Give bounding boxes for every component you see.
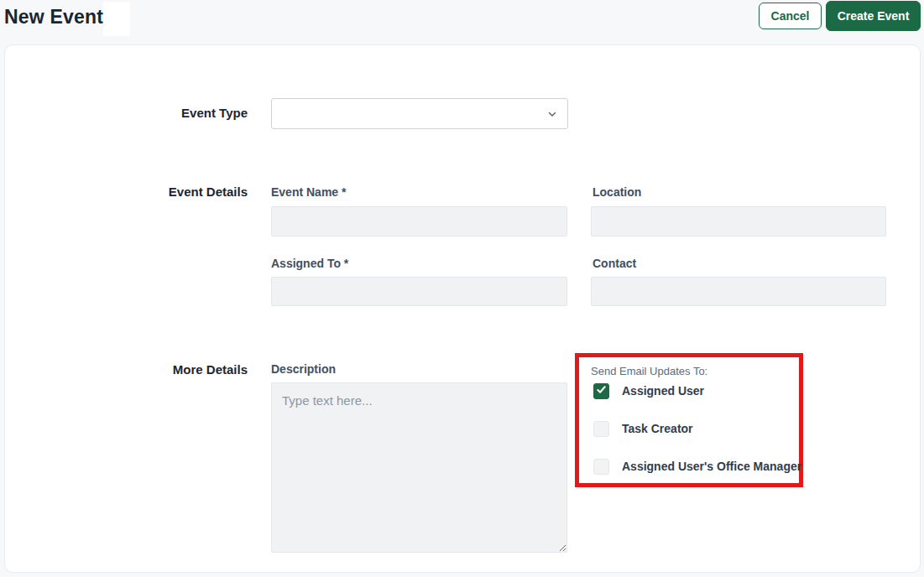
assigned-to-input[interactable]: [271, 277, 567, 306]
section-label-event-type: Event Type: [5, 106, 248, 120]
assigned-user-checkbox[interactable]: [593, 383, 609, 399]
check-icon: [596, 383, 607, 398]
task-creator-checkbox-label: Task Creator: [622, 422, 693, 435]
event-name-input[interactable]: [271, 206, 567, 237]
office-manager-checkbox[interactable]: [593, 459, 609, 475]
location-input[interactable]: [591, 206, 886, 237]
checkbox-row-task-creator[interactable]: Task Creator: [593, 420, 794, 437]
create-event-button[interactable]: Create Event: [826, 1, 921, 31]
contact-input[interactable]: [591, 277, 886, 306]
email-updates-highlight-box: Send Email Updates To: Assigned User Tas…: [575, 353, 803, 487]
checkbox-row-office-manager[interactable]: Assigned User's Office Manager: [593, 458, 794, 475]
page-title: New Event: [4, 6, 103, 29]
event-name-label: Event Name *: [271, 185, 346, 199]
chevron-down-icon: [547, 109, 557, 119]
checkbox-row-assigned-user[interactable]: Assigned User: [593, 382, 794, 399]
section-label-more-details: More Details: [5, 362, 248, 377]
location-label: Location: [593, 185, 641, 199]
description-textarea[interactable]: [271, 382, 567, 553]
office-manager-checkbox-label: Assigned User's Office Manager: [622, 460, 801, 473]
contact-label: Contact: [593, 257, 636, 270]
header-bar: New Event Cancel Create Event: [0, 0, 924, 44]
cancel-button[interactable]: Cancel: [759, 3, 822, 29]
event-type-select[interactable]: [271, 98, 568, 129]
new-event-form-card: Event Type Event Details Event Name * Lo…: [4, 44, 921, 573]
assigned-user-checkbox-label: Assigned User: [622, 384, 704, 398]
task-creator-checkbox[interactable]: [593, 421, 609, 437]
email-updates-label: Send Email Updates To:: [591, 365, 707, 377]
section-label-event-details: Event Details: [5, 185, 248, 199]
description-label: Description: [271, 362, 336, 376]
title-blank-block: [103, 2, 130, 36]
assigned-to-label: Assigned To *: [271, 257, 348, 270]
